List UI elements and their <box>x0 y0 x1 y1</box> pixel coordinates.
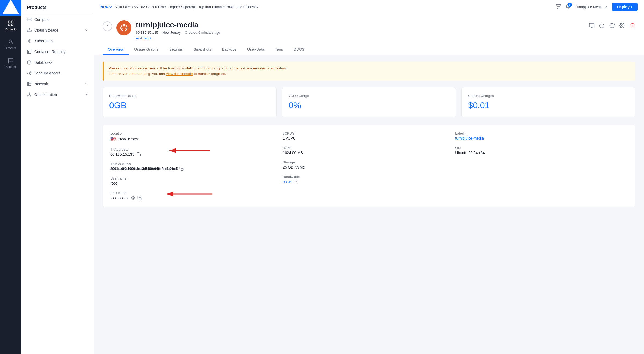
deploy-button[interactable]: Deploy + <box>612 3 638 11</box>
bandwidth-link-value: 0 GB ? <box>283 180 455 184</box>
tab-backups[interactable]: Backups <box>217 44 242 55</box>
detail-bandwidth: Bandwidth: 0 GB ? <box>283 175 455 184</box>
account-menu[interactable]: Turnipjuice Media <box>575 5 608 9</box>
tab-usage-graphs[interactable]: Usage Graphs <box>129 44 164 55</box>
detail-password: Password: •••••••• <box>110 191 283 200</box>
settings-action-btn[interactable] <box>619 23 625 29</box>
sidebar-item-cloud-storage[interactable]: Cloud Storage <box>21 25 94 36</box>
chevron-down-icon <box>85 82 88 86</box>
detail-vcpu: vCPU/s: 1 vCPU <box>283 131 455 140</box>
topbar: NEWS: Vultr Offers NVIDIA GH200 Grace Ho… <box>94 0 644 14</box>
chevron-down-icon <box>85 28 88 33</box>
sidebar-title: Products <box>21 0 94 14</box>
notifications-icon-btn[interactable]: 1 <box>565 4 571 10</box>
svg-line-26 <box>122 28 123 29</box>
back-button[interactable] <box>103 21 112 31</box>
sidebar-item-load-balancers[interactable]: Load Balancers <box>21 68 94 79</box>
content: turnipjuice-media 66.135.15.135 New Jers… <box>94 14 644 354</box>
charges-stat-card: Current Charges $0.01 <box>461 87 635 117</box>
vcpu-value: 0% <box>289 100 449 110</box>
details-grid: Location: 🇺🇸 New Jersey IP Address: 66.1… <box>103 125 635 207</box>
content-body: Please note: Your server may still be fi… <box>94 55 644 214</box>
alert-warning: Please note: Your server may still be fi… <box>103 62 635 81</box>
svg-point-14 <box>30 72 31 72</box>
location-value: 🇺🇸 New Jersey <box>110 136 283 142</box>
sidebar-item-container-registry[interactable]: Container Registry <box>21 46 94 57</box>
tab-snapshots[interactable]: Snapshots <box>188 44 217 55</box>
instance-os-icon <box>116 20 131 35</box>
detail-os: OS: Ubuntu 22.04 x64 <box>455 146 628 155</box>
marketplace-icon-btn[interactable] <box>556 4 561 10</box>
details-left-col: Location: 🇺🇸 New Jersey IP Address: 66.1… <box>110 131 283 200</box>
detail-ram: RAM: 1024.00 MB <box>283 146 455 155</box>
svg-marker-0 <box>2 0 19 14</box>
news-text: Vultr Offers NVIDIA GH200 Grace Hopper S… <box>115 5 552 9</box>
chevron-down-icon <box>85 92 88 97</box>
ip-value: 66.135.15.135 <box>110 152 283 156</box>
copy-password-button[interactable] <box>137 196 142 200</box>
svg-rect-4 <box>11 24 13 26</box>
sidebar-item-databases[interactable]: Databases <box>21 57 94 68</box>
add-tag-link[interactable]: Add Tag + <box>136 36 152 40</box>
copy-ip-button[interactable] <box>137 152 141 156</box>
svg-line-27 <box>125 28 126 29</box>
bandwidth-help-icon[interactable]: ? <box>294 180 298 184</box>
password-value: •••••••• <box>110 196 283 200</box>
console-action-btn[interactable] <box>589 23 595 29</box>
show-password-button[interactable] <box>131 196 135 200</box>
bandwidth-label: Bandwidth Usage <box>109 94 270 98</box>
svg-point-9 <box>28 20 28 21</box>
svg-point-19 <box>558 8 558 9</box>
chevron-down-icon <box>604 5 608 9</box>
nav-account[interactable]: Account <box>0 35 21 54</box>
tab-tags[interactable]: Tags <box>270 44 288 55</box>
tab-settings[interactable]: Settings <box>164 44 188 55</box>
sidebar-item-compute[interactable]: Compute <box>21 14 94 25</box>
topbar-right: 1 Turnipjuice Media Deploy + <box>556 3 638 11</box>
detail-location: Location: 🇺🇸 New Jersey <box>110 131 283 142</box>
svg-point-12 <box>28 61 31 62</box>
copy-ipv6-button[interactable] <box>179 167 184 171</box>
sidebar-item-orchestration[interactable]: Orchestration <box>21 89 94 100</box>
sidebar-item-kubernetes[interactable]: Kubernetes <box>21 36 94 46</box>
svg-point-20 <box>559 8 559 9</box>
flag-icon: 🇺🇸 <box>110 136 116 142</box>
nav-products[interactable]: Products <box>0 16 21 35</box>
svg-point-16 <box>29 93 30 94</box>
instance-header: turnipjuice-media 66.135.15.135 New Jers… <box>94 14 644 55</box>
nav-support[interactable]: Support <box>0 54 21 72</box>
restart-action-btn[interactable] <box>609 23 615 29</box>
icon-nav: Products Account Support <box>0 0 21 354</box>
ipv6-value: 2001:19f0:1000:3c13:5400:04ff:feb1:0be5 <box>110 167 283 171</box>
news-label: NEWS: <box>100 5 112 9</box>
tab-user-data[interactable]: User-Data <box>242 44 270 55</box>
instance-info: turnipjuice-media 66.135.15.135 New Jers… <box>136 20 584 40</box>
tab-overview[interactable]: Overview <box>103 44 129 55</box>
detail-ip: IP Address: 66.135.15.135 <box>110 147 283 156</box>
stats-row: Bandwidth Usage 0GB vCPU Usage 0% Curren… <box>103 87 635 117</box>
svg-point-18 <box>30 96 31 96</box>
svg-point-15 <box>30 74 31 75</box>
console-link[interactable]: view the console <box>166 72 193 76</box>
svg-point-30 <box>621 25 623 26</box>
sidebar-item-network[interactable]: Network <box>21 79 94 89</box>
svg-point-17 <box>27 96 28 96</box>
svg-point-13 <box>27 73 28 74</box>
instance-header-top: turnipjuice-media 66.135.15.135 New Jers… <box>103 20 635 40</box>
main-area: NEWS: Vultr Offers NVIDIA GH200 Grace Ho… <box>94 0 644 354</box>
logo[interactable] <box>0 0 21 16</box>
vcpu-label: vCPU Usage <box>289 94 449 98</box>
tab-ddos[interactable]: DDOS <box>288 44 310 55</box>
svg-rect-36 <box>139 198 141 200</box>
svg-point-35 <box>133 198 134 199</box>
username-value: root <box>110 181 283 185</box>
power-action-btn[interactable] <box>599 23 605 29</box>
instance-created: Created 6 minutes ago <box>185 31 220 35</box>
delete-action-btn[interactable] <box>630 23 635 29</box>
bandwidth-stat-card: Bandwidth Usage 0GB <box>103 87 277 117</box>
detail-storage: Storage: 25 GB NVMe <box>283 160 455 169</box>
svg-rect-31 <box>138 154 141 156</box>
svg-point-5 <box>10 40 12 42</box>
detail-username: Username: root <box>110 176 283 185</box>
svg-rect-3 <box>8 24 10 26</box>
